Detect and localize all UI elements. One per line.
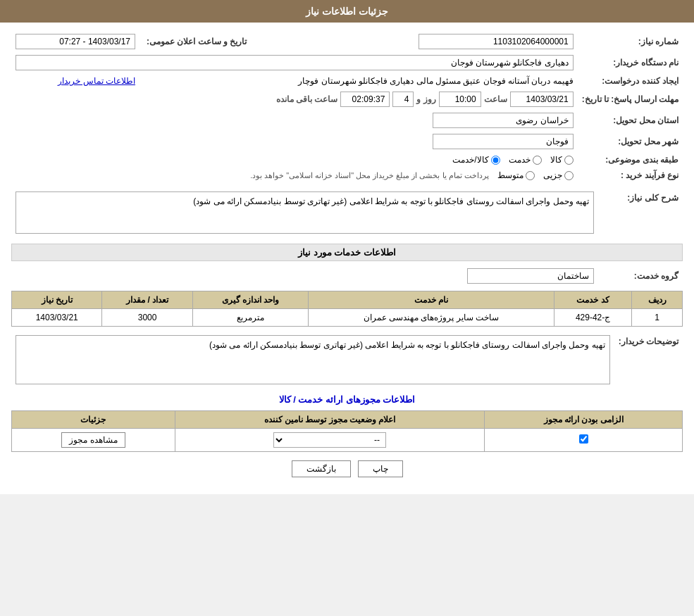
content-area: شماره نیاز: 1103102064000001 تاریخ و ساع… bbox=[0, 23, 694, 494]
creator-row: ایجاد کننده درخواست: فهیمه دربان آستانه … bbox=[11, 73, 683, 89]
col-required: الزامی بودن ارائه مجوز bbox=[485, 411, 683, 429]
radio-service-label: خدمت bbox=[509, 155, 531, 165]
radio-service-input[interactable] bbox=[533, 156, 542, 165]
buyer-org-input: دهیاری فاجکانلو شهرستان فوجان bbox=[16, 55, 574, 70]
process-value: جزیی متوسط پرداخت تمام یا بخشی از مبلغ خ… bbox=[11, 168, 578, 183]
radio-partial: جزیی bbox=[543, 170, 574, 180]
cell-row-num: 1 bbox=[632, 309, 683, 327]
deadline-time-input: 10:00 bbox=[439, 92, 481, 107]
need-number-input: 1103102064000001 bbox=[419, 34, 574, 49]
deadline-label: مهلت ارسال پاسخ: تا تاریخ: bbox=[578, 89, 683, 110]
province-input: خراسان رضوی bbox=[433, 113, 574, 128]
services-table-row: 1 ج-42-429 ساخت سایر پروژه‌های مهندسی عم… bbox=[12, 309, 683, 327]
deadline-remaining-input: 02:09:37 bbox=[340, 92, 390, 107]
buyer-notes-label: توضیحات خریدار: bbox=[614, 332, 683, 387]
col-service-code: کد خدمت bbox=[554, 291, 632, 309]
page-wrapper: جزئیات اطلاعات نیاز شماره نیاز: 11031020… bbox=[0, 0, 694, 494]
creator-link[interactable]: اطلاعات تماس خریدار bbox=[58, 76, 135, 86]
group-service-input: ساختمان bbox=[467, 268, 594, 284]
buyer-org-row: نام دستگاه خریدار: دهیاری فاجکانلو شهرست… bbox=[11, 52, 683, 73]
deadline-time-label: ساعت bbox=[484, 94, 507, 104]
category-row: طبقه بندی موضوعی: کالا خدمت bbox=[11, 152, 683, 168]
province-row: استان محل تحویل: خراسان رضوی bbox=[11, 110, 683, 131]
deadline-date-input: 1403/03/21 bbox=[510, 92, 574, 107]
radio-goods: کالا bbox=[550, 155, 574, 165]
buyer-notes-row: توضیحات خریدار: تهیه وحمل واجرای اسفالت … bbox=[11, 332, 683, 387]
cell-unit: مترمربع bbox=[192, 309, 308, 327]
cell-required bbox=[485, 429, 683, 452]
deadline-days-input: 4 bbox=[392, 92, 414, 107]
buyer-notes-box: تهیه وحمل واجرای اسفالت روستای فاجکانلو … bbox=[16, 335, 610, 384]
need-number-row: شماره نیاز: 1103102064000001 تاریخ و ساع… bbox=[11, 31, 683, 52]
page-title: جزئیات اطلاعات نیاز bbox=[306, 6, 388, 17]
group-service-table: گروه خدمت: ساختمان bbox=[11, 265, 683, 287]
creator-value: فهیمه دربان آستانه فوجان عتیق مسئول مالی… bbox=[140, 73, 578, 89]
group-service-row: گروه خدمت: ساختمان bbox=[11, 265, 683, 287]
view-permission-button[interactable]: مشاهده مجوز bbox=[61, 432, 125, 448]
deadline-row: مهلت ارسال پاسخ: تا تاریخ: 1403/03/21 سا… bbox=[11, 89, 683, 110]
category-label: طبقه بندی موضوعی: bbox=[578, 152, 683, 168]
description-box: تهیه وحمل واجرای اسفالت روستای فاجکانلو … bbox=[16, 191, 594, 234]
province-value: خراسان رضوی bbox=[11, 110, 578, 131]
page-header: جزئیات اطلاعات نیاز bbox=[0, 0, 694, 23]
category-value: کالا خدمت کالا/خدمت bbox=[11, 152, 578, 168]
creator-label: ایجاد کننده درخواست: bbox=[578, 73, 683, 89]
buyer-org-label: نام دستگاه خریدار: bbox=[578, 52, 683, 73]
col-status: اعلام وضعیت مجوز توسط نامین کننده bbox=[175, 411, 485, 429]
permissions-table: الزامی بودن ارائه مجوز اعلام وضعیت مجوز … bbox=[11, 410, 683, 452]
permissions-section-title[interactable]: اطلاعات مجوزهای ارائه خدمت / کالا bbox=[11, 394, 683, 405]
permissions-header-row: الزامی بودن ارائه مجوز اعلام وضعیت مجوز … bbox=[12, 411, 683, 429]
deadline-days-label: روز و bbox=[416, 94, 435, 104]
description-row: شرح کلی نیاز: تهیه وحمل واجرای اسفالت رو… bbox=[11, 189, 683, 237]
permissions-table-row: -- مشاهده مجوز bbox=[12, 429, 683, 452]
group-service-label: گروه خدمت: bbox=[598, 265, 683, 287]
col-row-num: ردیف bbox=[632, 291, 683, 309]
deadline-value: 1403/03/21 ساعت 10:00 روز و 4 02:09:37 س… bbox=[11, 89, 578, 110]
radio-medium-label: متوسط bbox=[497, 170, 523, 180]
cell-service-name: ساخت سایر پروژه‌های مهندسی عمران bbox=[309, 309, 554, 327]
cell-date: 1403/03/21 bbox=[12, 309, 102, 327]
col-unit: واحد اندازه گیری bbox=[192, 291, 308, 309]
creator-link-cell: اطلاعات تماس خریدار bbox=[11, 73, 140, 89]
col-details: جزئیات bbox=[12, 411, 175, 429]
radio-medium-input[interactable] bbox=[526, 171, 535, 180]
announce-label: تاریخ و ساعت اعلان عمومی: bbox=[140, 31, 251, 52]
need-number-label: شماره نیاز: bbox=[578, 31, 683, 52]
process-row: نوع فرآیند خرید : جزیی متوسط پرداخت bbox=[11, 168, 683, 183]
required-checkbox[interactable] bbox=[579, 434, 588, 444]
radio-goods-service: کالا/خدمت bbox=[452, 155, 500, 165]
col-date: تاریخ نیاز bbox=[12, 291, 102, 309]
services-table: ردیف کد خدمت نام خدمت واحد اندازه گیری ت… bbox=[11, 291, 683, 327]
col-service-name: نام خدمت bbox=[309, 291, 554, 309]
status-select[interactable]: -- bbox=[273, 432, 386, 448]
radio-partial-input[interactable] bbox=[564, 171, 574, 180]
bottom-buttons: چاپ بازگشت bbox=[11, 452, 683, 486]
deadline-remaining-label: ساعت باقی مانده bbox=[276, 94, 338, 104]
radio-goods-input[interactable] bbox=[564, 156, 574, 165]
col-quantity: تعداد / مقدار bbox=[102, 291, 192, 309]
radio-goods-label: کالا bbox=[550, 155, 562, 165]
print-button[interactable]: چاپ bbox=[358, 460, 403, 477]
province-label: استان محل تحویل: bbox=[578, 110, 683, 131]
radio-service: خدمت bbox=[509, 155, 542, 165]
buyer-org-value: دهیاری فاجکانلو شهرستان فوجان bbox=[11, 52, 578, 73]
permissions-section: اطلاعات مجوزهای ارائه خدمت / کالا الزامی… bbox=[11, 394, 683, 452]
city-row: شهر محل تحویل: فوجان bbox=[11, 131, 683, 152]
services-section-title: اطلاعات خدمات مورد نیاز bbox=[11, 244, 683, 261]
back-button[interactable]: بازگشت bbox=[292, 460, 351, 477]
radio-partial-label: جزیی bbox=[543, 170, 562, 180]
description-table: شرح کلی نیاز: تهیه وحمل واجرای اسفالت رو… bbox=[11, 189, 683, 237]
need-number-value: 1103102064000001 bbox=[414, 31, 578, 52]
radio-goods-service-label: کالا/خدمت bbox=[452, 155, 488, 165]
description-value-cell: تهیه وحمل واجرای اسفالت روستای فاجکانلو … bbox=[11, 189, 598, 237]
main-info-table: شماره نیاز: 1103102064000001 تاریخ و ساع… bbox=[11, 31, 683, 183]
services-header-row: ردیف کد خدمت نام خدمت واحد اندازه گیری ت… bbox=[12, 291, 683, 309]
announce-input: 1403/03/17 - 07:27 bbox=[16, 34, 135, 49]
process-label: نوع فرآیند خرید : bbox=[578, 168, 683, 183]
city-value: فوجان bbox=[11, 131, 578, 152]
radio-goods-service-input[interactable] bbox=[491, 156, 500, 165]
buyer-notes-table: توضیحات خریدار: تهیه وحمل واجرای اسفالت … bbox=[11, 332, 683, 387]
announce-value: 1403/03/17 - 07:27 bbox=[11, 31, 140, 52]
cell-details: مشاهده مجوز bbox=[12, 429, 175, 452]
group-service-value: ساختمان bbox=[11, 265, 598, 287]
